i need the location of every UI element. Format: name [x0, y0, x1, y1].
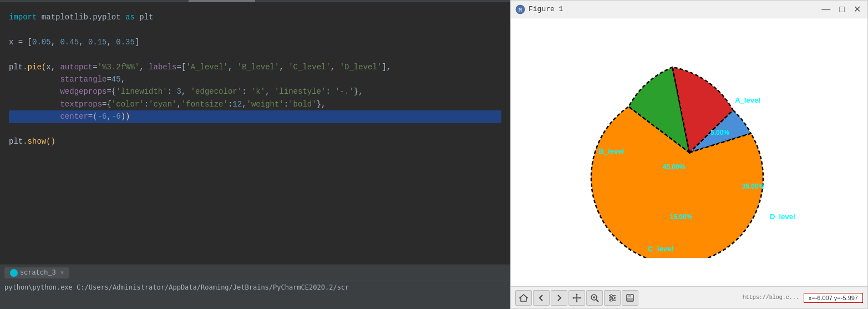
code-line-1: import matplotlib.pyplot as plt [9, 11, 501, 23]
code-line-2 [9, 23, 501, 36]
figure-titlebar: M Figure 1 — □ ✕ [511, 1, 867, 18]
coords-display: x=-6.007 y=-5.997 [804, 293, 863, 303]
pct-a: 5.00% [710, 129, 729, 136]
code-line-4 [9, 48, 501, 60]
keyword-as: as [125, 11, 135, 23]
figure-title-left: M Figure 1 [515, 4, 563, 14]
figure-title-text: Figure 1 [529, 5, 563, 13]
back-button[interactable] [533, 290, 550, 306]
code-line-7: wedgeprops ={ 'linewidth' : 3 , 'edgecol… [9, 85, 501, 98]
svg-point-17 [612, 297, 615, 299]
save-button[interactable] [622, 290, 638, 306]
code-line-11: plt. show () [9, 135, 501, 148]
pct-d: 35.00% [742, 183, 764, 190]
svg-line-10 [596, 300, 598, 302]
svg-marker-6 [576, 301, 578, 302]
save-icon [626, 294, 634, 302]
editor-panel: import matplotlib.pyplot as plt x = [ 0.… [0, 0, 510, 309]
code-line-8: textprops ={ 'color' : 'cyan' , 'fontsiz… [9, 98, 501, 110]
svg-marker-7 [572, 297, 574, 299]
pct-b: 45.00% [662, 163, 685, 171]
back-icon [537, 294, 545, 302]
svg-marker-2 [520, 295, 527, 301]
run-output-text: python\python.exe C:/Users/Administrator… [4, 283, 349, 291]
toolbar-buttons [515, 290, 638, 306]
figure-toolbar: https://blog.c... x=-6.007 y=-5.997 [511, 286, 867, 308]
pan-button[interactable] [568, 290, 585, 306]
code-line-5: plt. pie ( x, autopct = '%3.2f%%' , labe… [9, 61, 501, 73]
code-line-6: startangle = 45 , [9, 73, 501, 85]
minimize-button[interactable]: — [819, 4, 833, 15]
figure-controls: — □ ✕ [819, 4, 863, 15]
label-a-level: A_level [735, 96, 760, 104]
code-area[interactable]: import matplotlib.pyplot as plt x = [ 0.… [0, 2, 510, 265]
svg-point-18 [610, 299, 612, 301]
svg-rect-21 [627, 298, 633, 301]
maximize-button[interactable]: □ [837, 4, 847, 15]
zoom-button[interactable] [586, 290, 603, 306]
forward-button[interactable] [551, 290, 567, 306]
svg-text:M: M [519, 7, 522, 13]
bottom-bar: scratch_3 × python\python.exe C:/Users/A… [0, 265, 510, 309]
home-icon [519, 294, 528, 302]
pan-icon [572, 293, 581, 302]
svg-marker-5 [576, 293, 578, 295]
config-button[interactable] [604, 290, 621, 306]
svg-rect-20 [628, 295, 631, 297]
forward-icon [555, 294, 563, 302]
pie-container: A_level 5.00% B_level 45.00% C_level 15.… [584, 47, 795, 258]
label-d-level: D_level [770, 212, 795, 221]
tab-bar: scratch_3 × [0, 265, 510, 281]
figure-canvas: A_level 5.00% B_level 45.00% C_level 15.… [511, 18, 867, 286]
python-icon [10, 269, 18, 277]
code-line-3: x = [ 0.05 , 0.45 , 0.15 , 0.35 ] [9, 36, 501, 48]
tab-label: scratch_3 [20, 269, 56, 277]
tab-close-icon[interactable]: × [60, 270, 64, 276]
pie-chart-svg: A_level 5.00% B_level 45.00% C_level 15.… [584, 47, 795, 258]
home-button[interactable] [515, 290, 532, 306]
zoom-icon [590, 293, 599, 302]
scratch-tab[interactable]: scratch_3 × [4, 267, 69, 278]
label-c-level: C_level [648, 245, 673, 253]
label-b-level: B_level [598, 147, 624, 155]
svg-point-16 [610, 295, 612, 297]
config-icon [608, 294, 617, 302]
code-line-10 [9, 123, 501, 135]
run-output: python\python.exe C:/Users/Administrator… [0, 281, 510, 293]
keyword-import: import [9, 11, 37, 23]
figure-panel: M Figure 1 — □ ✕ [510, 0, 868, 309]
matplotlib-icon: M [515, 4, 525, 14]
code-line-9: center =( -6 , -6 )) [9, 110, 501, 123]
close-button[interactable]: ✕ [851, 4, 863, 15]
url-display: https://blog.c... [743, 295, 799, 301]
pct-c: 15.00% [669, 213, 692, 221]
svg-marker-8 [580, 297, 581, 299]
